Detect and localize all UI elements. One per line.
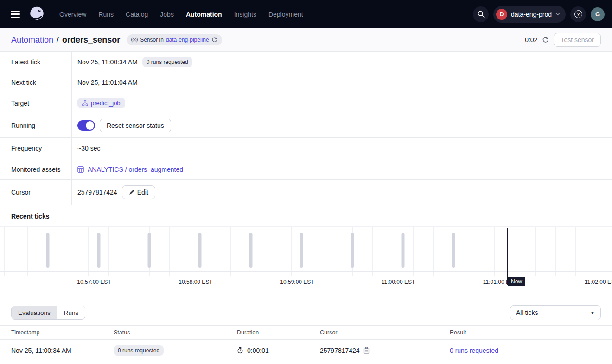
sensor-location-badge: Sensor in data-eng-pipeline xyxy=(127,34,222,45)
recent-ticks-heading: Recent ticks xyxy=(0,205,612,226)
page-title: orders_sensor xyxy=(62,35,120,45)
table-header-row: Timestamp Status Duration Cursor Result xyxy=(0,325,612,340)
deployment-badge: D xyxy=(496,9,507,20)
target-job-link[interactable]: predict_job xyxy=(77,98,125,108)
tab-runs[interactable]: Runs xyxy=(57,306,85,319)
refresh-countdown: 0:02 xyxy=(525,36,537,44)
stopwatch-icon xyxy=(237,347,243,354)
cell-result: 0 runs requested xyxy=(444,340,612,361)
tick-bar[interactable] xyxy=(452,233,455,268)
frequency-value: ~30 sec xyxy=(77,144,100,152)
column-header-cursor: Cursor xyxy=(314,326,444,339)
tick-bar[interactable] xyxy=(249,233,252,268)
copy-clipboard-icon[interactable] xyxy=(363,347,370,354)
tick-bar[interactable] xyxy=(401,233,404,268)
sensor-badge-prefix: Sensor in xyxy=(140,37,164,43)
nav-item-insights[interactable]: Insights xyxy=(234,11,256,18)
nav-item-runs[interactable]: Runs xyxy=(98,11,114,18)
nav-item-overview[interactable]: Overview xyxy=(59,11,86,18)
table-row-partial xyxy=(0,361,612,364)
monitored-asset-link[interactable]: ANALYTICS / orders_augmented xyxy=(77,166,183,173)
axis-tick-label: 10:59:00 EST xyxy=(280,279,314,285)
tick-bar[interactable] xyxy=(198,233,201,268)
tick-bar[interactable] xyxy=(300,233,303,268)
tab-evaluations[interactable]: Evaluations xyxy=(12,306,57,319)
repo-link[interactable]: data-eng-pipeline xyxy=(166,37,209,43)
cursor-row: Cursor 25797817424 Edit xyxy=(0,180,612,205)
latest-tick-row: Latest tick Nov 25, 11:00:34 AM 0 runs r… xyxy=(0,52,612,72)
running-row: Running Reset sensor status xyxy=(0,113,612,138)
axis-tick-label: 11:02:00 EST xyxy=(585,279,612,285)
latest-tick-value: Nov 25, 11:00:34 AM xyxy=(77,58,138,66)
column-header-status: Status xyxy=(108,326,231,339)
deployment-switcher[interactable]: D data-eng-prod xyxy=(493,6,566,23)
frequency-label: Frequency xyxy=(0,138,72,159)
reload-repo-icon[interactable] xyxy=(211,37,217,43)
monitored-assets-row: Monitored assets ANALYTICS / orders_augm… xyxy=(0,159,612,180)
now-label: Now xyxy=(508,277,525,286)
help-icon: ? xyxy=(574,10,582,18)
select-caret-icon: ▼ xyxy=(590,310,595,315)
cursor-label: Cursor xyxy=(0,180,72,205)
column-header-duration: Duration xyxy=(231,326,314,339)
primary-nav: Overview Runs Catalog Jobs Automation In… xyxy=(59,11,303,18)
tick-bar[interactable] xyxy=(147,233,151,268)
nav-item-catalog[interactable]: Catalog xyxy=(126,11,148,18)
recent-ticks-section: Recent ticks 10:57:00 EST10:58:00 EST10:… xyxy=(0,205,612,288)
refresh-icon[interactable] xyxy=(542,37,549,44)
status-badge: 0 runs requested xyxy=(114,345,164,356)
ticks-chart xyxy=(0,226,612,272)
latest-tick-status-badge: 0 runs requested xyxy=(142,57,192,67)
target-label: Target xyxy=(0,93,72,113)
help-button[interactable]: ? xyxy=(570,6,586,22)
table-row: Nov 25, 11:00:34 AM 0 runs requested 0:0… xyxy=(0,340,612,361)
result-link[interactable]: 0 runs requested xyxy=(450,347,498,354)
tick-bar[interactable] xyxy=(46,233,49,268)
breadcrumb-separator: / xyxy=(57,35,59,45)
sensor-details: Latest tick Nov 25, 11:00:34 AM 0 runs r… xyxy=(0,52,612,205)
column-header-timestamp: Timestamp xyxy=(0,326,108,339)
ticks-minor-gridlines xyxy=(0,272,612,276)
next-tick-label: Next tick xyxy=(0,72,72,93)
cell-status: 0 runs requested xyxy=(108,340,231,361)
ticks-table: Timestamp Status Duration Cursor Result … xyxy=(0,325,612,364)
nav-item-deployment[interactable]: Deployment xyxy=(268,11,303,18)
frequency-row: Frequency ~30 sec xyxy=(0,138,612,159)
page-header: Automation / orders_sensor Sensor in dat… xyxy=(0,28,612,52)
cell-timestamp: Nov 25, 11:00:34 AM xyxy=(0,340,108,361)
breadcrumb: Automation / orders_sensor xyxy=(11,35,120,45)
reset-sensor-status-button[interactable]: Reset sensor status xyxy=(100,119,171,132)
cell-cursor: 25797817424 xyxy=(314,340,444,361)
latest-tick-label: Latest tick xyxy=(0,52,72,72)
sensor-icon xyxy=(131,37,138,43)
pencil-icon xyxy=(129,189,134,195)
next-tick-value: Nov 25, 11:01:04 AM xyxy=(77,79,138,86)
tick-filter-select[interactable]: All ticks ▼ xyxy=(510,305,601,320)
tick-bar[interactable] xyxy=(97,233,101,268)
cursor-value: 25797817424 xyxy=(77,188,117,196)
chevron-down-icon xyxy=(555,13,560,16)
axis-tick-label: 10:57:00 EST xyxy=(77,279,111,285)
column-header-result: Result xyxy=(444,326,612,339)
test-sensor-button[interactable]: Test sensor xyxy=(554,33,601,47)
axis-tick-label: 10:58:00 EST xyxy=(178,279,212,285)
dagster-logo-icon[interactable] xyxy=(28,5,46,24)
breadcrumb-automation-link[interactable]: Automation xyxy=(11,35,53,45)
running-toggle[interactable] xyxy=(77,120,95,131)
menu-icon[interactable] xyxy=(7,6,23,22)
axis-tick-label: 11:00:00 EST xyxy=(382,279,415,285)
search-icon xyxy=(477,10,485,18)
nav-item-jobs[interactable]: Jobs xyxy=(160,11,174,18)
evaluations-runs-tabs: Evaluations Runs xyxy=(11,306,85,320)
ticks-timeline: 10:57:00 EST10:58:00 EST10:59:00 EST11:0… xyxy=(0,226,612,288)
avatar[interactable]: G xyxy=(591,7,605,21)
deployment-name: data-eng-prod xyxy=(511,11,552,18)
edit-cursor-button[interactable]: Edit xyxy=(122,185,155,199)
cell-duration: 0:00:01 xyxy=(231,340,314,361)
asset-table-icon xyxy=(77,166,84,173)
evaluations-section: Evaluations Runs All ticks ▼ Timestamp S… xyxy=(0,299,612,364)
nav-item-automation[interactable]: Automation xyxy=(186,11,222,18)
search-button[interactable] xyxy=(473,6,489,22)
tick-bar[interactable] xyxy=(351,233,354,268)
next-tick-row: Next tick Nov 25, 11:01:04 AM xyxy=(0,72,612,93)
